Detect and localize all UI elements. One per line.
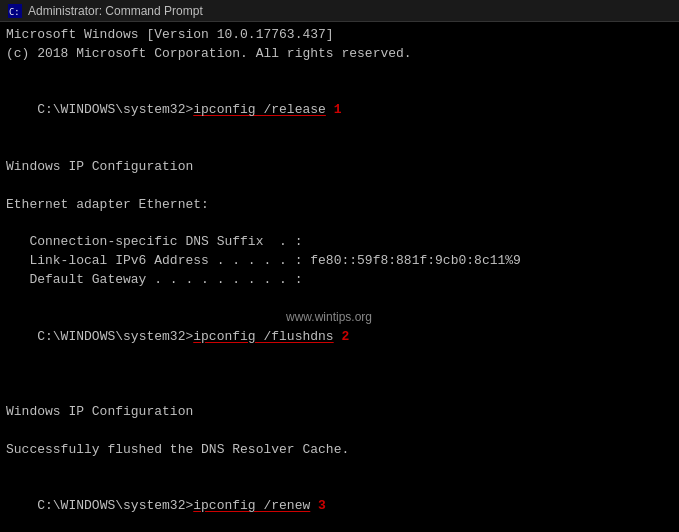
watermark: www.wintips.org — [286, 309, 372, 326]
step1-number: 1 — [326, 102, 342, 117]
flush-success: Successfully flushed the DNS Resolver Ca… — [6, 441, 673, 460]
title-bar: C: Administrator: Command Prompt — [0, 0, 679, 22]
step2-number: 2 — [334, 329, 350, 344]
blank — [6, 290, 673, 309]
step3-number: 3 — [310, 498, 326, 513]
svg-text:C:: C: — [9, 6, 20, 16]
cmd2-prompt: C:\WINDOWS\system32> — [37, 329, 193, 344]
default-gw1: Default Gateway . . . . . . . . . : — [6, 271, 673, 290]
blank — [6, 384, 673, 403]
cmd3-command: ipconfig /renew — [193, 498, 310, 513]
cmd3-line: C:\WINDOWS\system32>ipconfig /renew 3 — [6, 478, 673, 532]
blank — [6, 177, 673, 196]
cmd2-line: C:\WINDOWS\system32>ipconfig /flushdns 2… — [6, 309, 673, 384]
blank — [6, 214, 673, 233]
cmd1-command: ipconfig /release — [193, 102, 326, 117]
title-bar-label: Administrator: Command Prompt — [28, 4, 203, 18]
blank — [6, 459, 673, 478]
win-copyright: (c) 2018 Microsoft Corporation. All righ… — [6, 45, 673, 64]
terminal: Microsoft Windows [Version 10.0.17763.43… — [0, 22, 679, 532]
win-ip1: Windows IP Configuration — [6, 158, 673, 177]
blank — [6, 64, 673, 83]
blank — [6, 422, 673, 441]
cmd3-prompt: C:\WINDOWS\system32> — [37, 498, 193, 513]
cmd-icon: C: — [8, 4, 22, 18]
cmd2-command: ipconfig /flushdns — [193, 329, 333, 344]
win-ip2: Windows IP Configuration — [6, 403, 673, 422]
ipv6-addr1: Link-local IPv6 Address . . . . . : fe80… — [6, 252, 673, 271]
blank — [6, 139, 673, 158]
cmd1-prompt: C:\WINDOWS\system32> — [37, 102, 193, 117]
cmd1-line: C:\WINDOWS\system32>ipconfig /release 1 — [6, 83, 673, 140]
eth-adapter1: Ethernet adapter Ethernet: — [6, 196, 673, 215]
win-version: Microsoft Windows [Version 10.0.17763.43… — [6, 26, 673, 45]
dns-suffix1: Connection-specific DNS Suffix . : — [6, 233, 673, 252]
